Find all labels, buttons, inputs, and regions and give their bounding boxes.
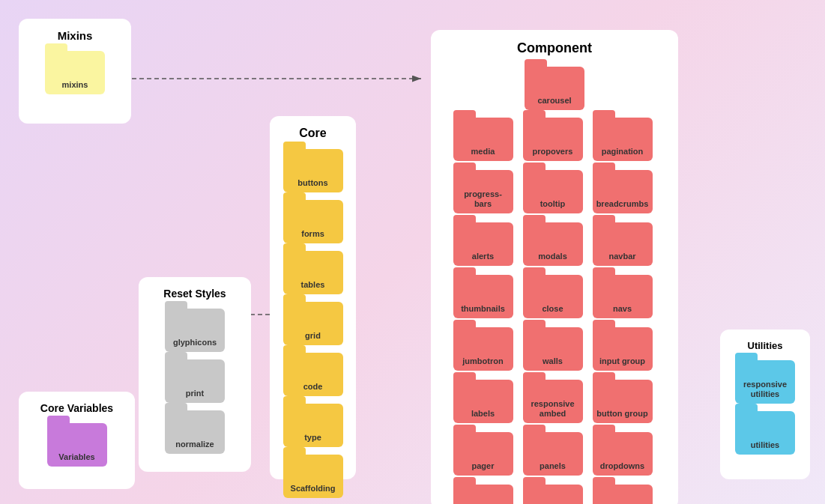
alerts-folder: alerts: [453, 222, 513, 266]
normalize-folder: normalize: [165, 410, 225, 454]
mixins-panel: Mixins mixins: [19, 19, 131, 124]
navbar-folder: navbar: [593, 222, 653, 266]
pager-folder: pager: [453, 432, 513, 476]
pagination-folder: pagination: [593, 118, 653, 161]
utilities-folder: utilities: [735, 411, 795, 455]
component-panel: Component carousel media propovers pagin…: [431, 30, 678, 504]
mixins-folder-label: mixins: [59, 80, 91, 90]
variables-folder: Variables: [47, 423, 107, 467]
responsive-utilities-folder: responsive utilities: [735, 360, 795, 404]
reset-styles-title: Reset Styles: [149, 288, 241, 300]
core-variables-title: Core Variables: [29, 402, 124, 414]
navs-folder: navs: [593, 275, 653, 318]
buttons-folder: buttons: [283, 149, 343, 192]
labels-folder: labels: [453, 380, 513, 423]
pagination2-folder: pagination: [453, 485, 513, 504]
propovers-folder: propovers: [523, 118, 583, 161]
tables-folder: tables: [283, 251, 343, 294]
grid-folder: grid: [283, 302, 343, 345]
responsive-ambed-folder: responsive ambed: [523, 380, 583, 423]
breadcrumbs-folder: breadcrumbs: [593, 170, 653, 213]
jumbotron-folder: jumbotron: [453, 327, 513, 371]
reset-styles-panel: Reset Styles glyphicons print normalize: [139, 277, 251, 472]
glyphicons-folder: glyphicons: [165, 309, 225, 352]
print-folder: print: [165, 359, 225, 403]
button-group-folder: button group: [593, 380, 653, 423]
mixins-folder: mixins: [45, 51, 105, 94]
input-group-folder: input group: [593, 327, 653, 371]
type-folder: type: [283, 404, 343, 447]
carousel-folder: carousel: [525, 67, 584, 110]
utilities-panel: Utilities responsive utilities utilities: [720, 330, 810, 479]
core-title: Core: [280, 127, 345, 140]
code-folder: code: [283, 353, 343, 396]
core-variables-panel: Core Variables Variables: [19, 392, 135, 489]
walls-folder: walls: [523, 327, 583, 371]
utilities-title: Utilities: [731, 340, 800, 351]
modals-folder: modals: [523, 222, 583, 266]
media-folder: media: [453, 118, 513, 161]
dropdowns-folder: dropdowns: [593, 432, 653, 476]
tooltip-folder: tooltip: [523, 170, 583, 213]
thumbnails-folder: thumbnails: [453, 275, 513, 318]
core-panel: Core buttons forms tables grid code type…: [270, 116, 356, 479]
list-group-folder: list-group: [523, 485, 583, 504]
mixins-title: Mixins: [29, 29, 121, 42]
variables-folder-label: Variables: [55, 452, 97, 462]
component-animations-folder: component animations: [593, 485, 653, 504]
forms-folder: forms: [283, 200, 343, 243]
progress-bars-folder: progress-bars: [453, 170, 513, 213]
scaffolding-folder: Scaffolding: [283, 455, 343, 498]
close-folder: close: [523, 275, 583, 318]
component-title: Component: [441, 40, 668, 56]
panels-folder: panels: [523, 432, 583, 476]
